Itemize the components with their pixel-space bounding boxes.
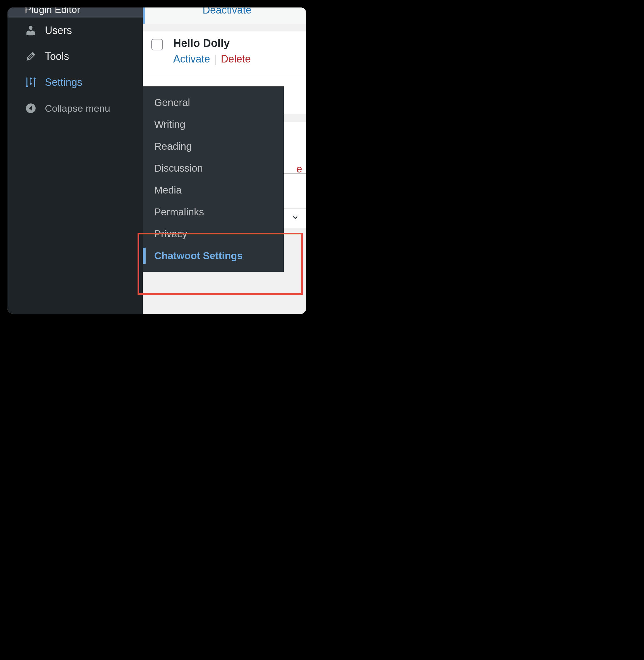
chevron-down-icon[interactable] <box>291 214 299 223</box>
collapse-icon <box>25 102 37 114</box>
flyout-item-chatwoot-settings[interactable]: Chatwoot Settings <box>143 245 284 267</box>
sidebar-item-users[interactable]: Users <box>7 18 143 43</box>
sidebar-item-tools[interactable]: Tools <box>7 43 143 69</box>
delete-link[interactable]: Delete <box>221 53 251 65</box>
flyout-item-media[interactable]: Media <box>143 179 284 201</box>
plugin-name: Hello Dolly <box>173 37 298 49</box>
flyout-item-privacy[interactable]: Privacy <box>143 223 284 245</box>
settings-icon <box>25 76 37 88</box>
plugin-row: Hello Dolly Activate | Delete <box>143 31 306 74</box>
sidebar-item-label: Tools <box>45 50 69 63</box>
partial-text: e <box>296 163 302 175</box>
sidebar-item-label: Users <box>45 24 72 37</box>
sidebar-item-settings[interactable]: Settings <box>7 69 143 95</box>
separator: | <box>214 53 217 65</box>
sidebar-item-label: Plugin Editor <box>25 7 80 15</box>
admin-sidebar: Plugin Editor Users Tools Settings <box>7 7 143 314</box>
flyout-item-reading[interactable]: Reading <box>143 135 284 157</box>
sidebar-item-collapse[interactable]: Collapse menu <box>7 95 143 121</box>
flyout-item-writing[interactable]: Writing <box>143 113 284 135</box>
deactivate-link[interactable]: Deactivate <box>203 7 252 16</box>
plugin-checkbox[interactable] <box>151 39 163 50</box>
flyout-item-general[interactable]: General <box>143 92 284 113</box>
plugin-row: Deactivate <box>143 7 306 24</box>
flyout-item-discussion[interactable]: Discussion <box>143 157 284 179</box>
sidebar-item-label: Settings <box>45 76 82 88</box>
settings-flyout: General Writing Reading Discussion Media… <box>143 86 284 272</box>
users-icon <box>25 24 37 37</box>
sidebar-item-plugin-editor[interactable]: Plugin Editor <box>7 7 143 18</box>
activate-link[interactable]: Activate <box>173 53 210 65</box>
row-gap <box>143 24 306 31</box>
tools-icon <box>25 50 37 63</box>
flyout-item-permalinks[interactable]: Permalinks <box>143 201 284 223</box>
sidebar-item-label: Collapse menu <box>45 103 110 114</box>
